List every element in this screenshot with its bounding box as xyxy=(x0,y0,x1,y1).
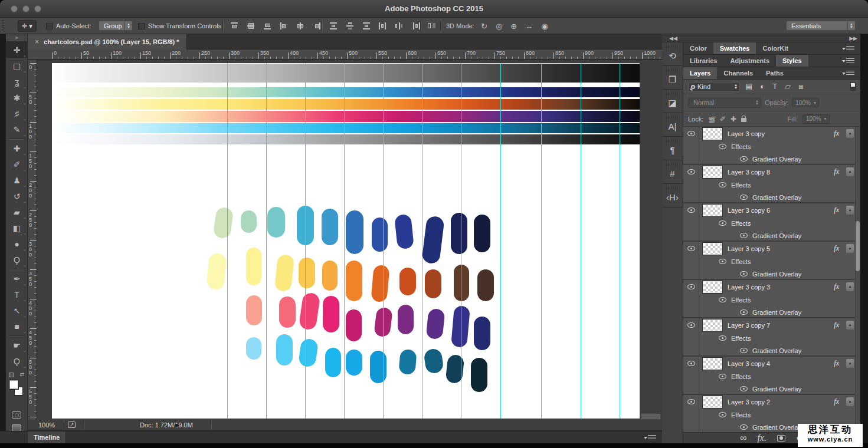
type-tool[interactable]: T xyxy=(6,286,28,302)
effects-row[interactable]: Effects xyxy=(683,255,860,268)
guide-line[interactable] xyxy=(344,63,345,419)
lock-all-icon[interactable] xyxy=(741,118,746,122)
effects-visibility-eye-icon[interactable] xyxy=(719,259,726,264)
tab-swatches[interactable]: Swatches xyxy=(713,42,756,54)
history-panel-icon[interactable]: ⟲ xyxy=(662,50,683,62)
layer-visibility-eye-icon[interactable] xyxy=(687,246,695,251)
effects-visibility-eye-icon[interactable] xyxy=(719,144,726,149)
gradient-overlay-row[interactable]: Gradient Overlay xyxy=(683,306,860,318)
panel-menu-icon[interactable] xyxy=(846,46,854,51)
tab-styles[interactable]: Styles xyxy=(776,55,808,67)
gradient-overlay-eye-icon[interactable] xyxy=(740,195,748,200)
3d-rotate-icon[interactable]: ↻ xyxy=(481,22,487,31)
layer-name[interactable]: Layer 3 copy 3 xyxy=(728,284,770,291)
glyphs-panel-icon[interactable]: # xyxy=(662,168,683,180)
gradient-overlay-row[interactable]: Gradient Overlay xyxy=(683,383,860,395)
align-left-edges-icon[interactable] xyxy=(279,22,289,30)
filter-smart-objects-icon[interactable]: ⧈ xyxy=(798,82,803,91)
collapse-effects-icon[interactable]: ▲ xyxy=(846,321,854,330)
collapse-effects-icon[interactable]: ▲ xyxy=(846,167,854,176)
link-layers-icon[interactable]: ∞ xyxy=(740,433,746,443)
show-transform-checkbox[interactable] xyxy=(138,23,145,29)
tab-layers[interactable]: Layers xyxy=(683,67,717,79)
distribute-top-edges-icon[interactable] xyxy=(329,22,338,30)
options-bar-grip[interactable] xyxy=(2,20,4,31)
lasso-tool[interactable]: ʓ xyxy=(6,74,28,90)
gradient-overlay-row[interactable]: Gradient Overlay xyxy=(683,268,860,280)
layer-thumbnail[interactable] xyxy=(703,396,722,408)
zoom-tool[interactable]: Ϙ xyxy=(6,353,28,369)
layer-name[interactable]: Layer 3 copy 4 xyxy=(728,360,770,367)
gradient-overlay-eye-icon[interactable] xyxy=(740,156,748,162)
layer-thumbnail[interactable] xyxy=(703,319,722,331)
3d-scale-icon[interactable]: ◉ xyxy=(541,22,548,31)
filter-toggle-icon[interactable] xyxy=(850,83,856,91)
guide-line[interactable] xyxy=(461,63,461,419)
fill-value[interactable]: 100%▼ xyxy=(803,114,830,124)
gradient-overlay-eye-icon[interactable] xyxy=(740,233,748,238)
guide-line[interactable] xyxy=(500,63,501,419)
effects-row[interactable]: Effects xyxy=(683,294,860,306)
layer-row[interactable]: Layer 3 copy 4fx▲ xyxy=(683,357,860,370)
guide-line[interactable] xyxy=(266,63,267,419)
layer-name[interactable]: Layer 3 copy 8 xyxy=(728,169,770,176)
path-selection-tool[interactable]: ↖ xyxy=(6,302,28,318)
layer-visibility-eye-icon[interactable] xyxy=(687,284,695,289)
status-popup-arrow-icon[interactable]: ▶ xyxy=(175,422,179,428)
tab-colorkit[interactable]: ColorKit xyxy=(756,42,794,54)
foreground-color-swatch[interactable] xyxy=(9,380,19,390)
zoom-level[interactable]: 100% xyxy=(38,421,55,429)
workspace-dropdown[interactable]: Essentials▲▼ xyxy=(786,21,856,31)
opacity-value[interactable]: 100%▼ xyxy=(792,98,819,107)
gradient-overlay-row[interactable]: Gradient Overlay xyxy=(683,191,860,203)
tab-paths[interactable]: Paths xyxy=(759,67,790,79)
pen-tool[interactable]: ✒ xyxy=(6,271,28,286)
distribute-left-edges-icon[interactable] xyxy=(378,22,388,30)
layers-scrollbar[interactable] xyxy=(855,127,860,432)
layer-visibility-eye-icon[interactable] xyxy=(687,322,695,328)
align-bottom-edges-icon[interactable] xyxy=(263,22,272,30)
layer-visibility-eye-icon[interactable] xyxy=(687,399,695,404)
layer-row[interactable]: Layer 3 copy 3fx▲ xyxy=(683,280,860,294)
filter-kind-dropdown[interactable]: Kind ▲▼ xyxy=(688,82,740,92)
eyedropper-tool[interactable]: ✎ xyxy=(6,121,28,137)
html-panel-icon[interactable]: ‹H› xyxy=(662,192,683,203)
effects-visibility-eye-icon[interactable] xyxy=(719,182,726,187)
effects-visibility-eye-icon[interactable] xyxy=(719,412,726,417)
distribute-vertical-centers-icon[interactable] xyxy=(345,22,355,30)
gradient-overlay-eye-icon[interactable] xyxy=(740,424,748,430)
collapse-dock-icon[interactable]: ▶▶ xyxy=(849,35,857,41)
collapse-effects-icon[interactable]: ▲ xyxy=(846,397,854,406)
eraser-tool[interactable]: ▰ xyxy=(6,204,28,220)
gradient-overlay-row[interactable]: Gradient Overlay xyxy=(683,153,860,165)
auto-align-layers-icon[interactable] xyxy=(427,22,437,30)
expand-dock-icon[interactable]: ◀◀ xyxy=(669,35,677,41)
tab-channels[interactable]: Channels xyxy=(717,67,759,79)
layer-name[interactable]: Layer 3 copy 2 xyxy=(728,398,770,406)
brush-tool[interactable]: ✐ xyxy=(6,156,28,172)
effects-row[interactable]: Effects xyxy=(683,409,860,421)
marquee-tool[interactable]: ▢ xyxy=(6,58,28,74)
document-size-readout[interactable]: Doc: 1.72M/19.0M xyxy=(140,421,193,429)
blur-tool[interactable]: ● xyxy=(6,236,28,252)
layer-name[interactable]: Layer 3 copy xyxy=(728,130,765,137)
document-viewport[interactable] xyxy=(37,60,662,420)
effects-visibility-eye-icon[interactable] xyxy=(719,374,726,379)
layer-visibility-eye-icon[interactable] xyxy=(687,207,695,213)
filter-shape-layers-icon[interactable]: ▱ xyxy=(785,82,791,91)
tab-libraries[interactable]: Libraries xyxy=(683,55,723,67)
timeline-tab[interactable]: Timeline xyxy=(28,431,66,443)
effects-visibility-eye-icon[interactable] xyxy=(719,335,726,341)
move-tool[interactable]: ✛ xyxy=(6,42,28,58)
character-panel-icon[interactable]: A| xyxy=(662,121,683,133)
tab-adjustments[interactable]: Adjustments xyxy=(723,55,776,67)
layer-name[interactable]: Layer 3 copy 7 xyxy=(728,322,770,329)
distribute-bottom-edges-icon[interactable] xyxy=(362,22,371,30)
guide-line[interactable] xyxy=(305,63,306,419)
effects-row[interactable]: Effects xyxy=(683,217,860,229)
layer-thumbnail[interactable] xyxy=(703,205,722,216)
collapse-tools-icon[interactable]: » xyxy=(6,34,27,42)
layer-thumbnail[interactable] xyxy=(703,358,722,370)
filter-type-layers-icon[interactable]: T xyxy=(772,82,777,91)
collapse-effects-icon[interactable]: ▲ xyxy=(846,282,854,291)
